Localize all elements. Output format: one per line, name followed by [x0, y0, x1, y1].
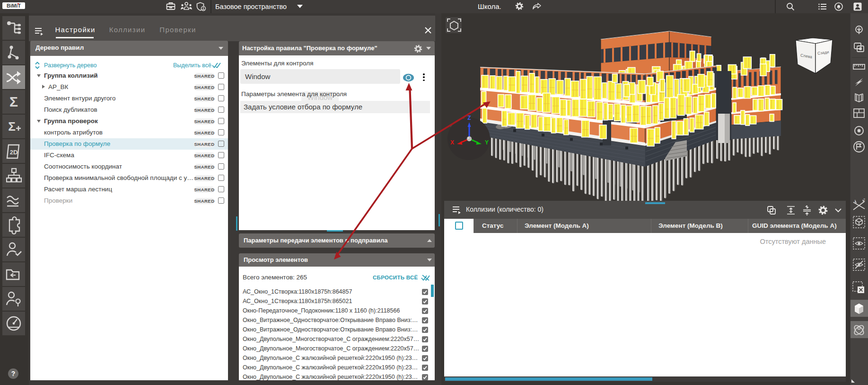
svg-text:Y: Y [485, 139, 489, 146]
svg-text:Z: Z [467, 115, 471, 121]
svg-text:Σ: Σ [8, 119, 16, 134]
svg-text:2D: 2D [10, 149, 18, 156]
svg-text:1: 1 [854, 199, 856, 203]
svg-text:Σ: Σ [9, 94, 18, 109]
svg-text:X: X [450, 139, 454, 146]
svg-text:2: 2 [863, 198, 865, 201]
